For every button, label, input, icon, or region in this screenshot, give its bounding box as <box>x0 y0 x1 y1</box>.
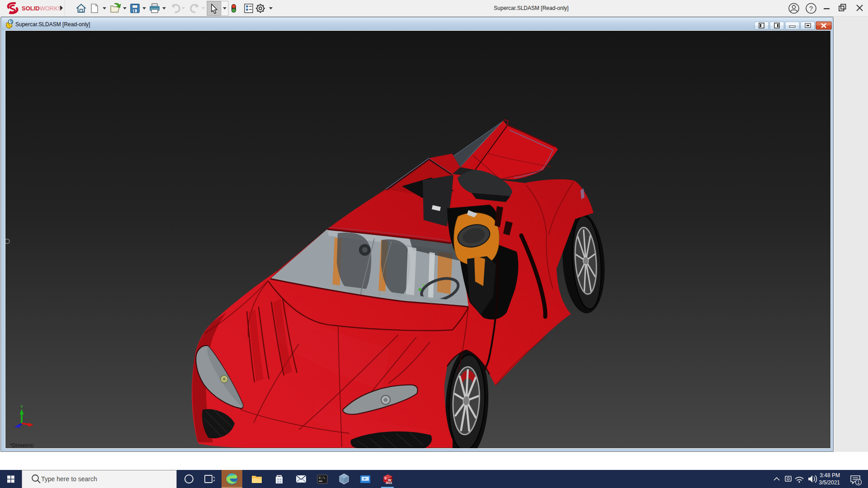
svg-text:SOLIDWORKS: SOLIDWORKS <box>22 5 62 12</box>
svg-text:1: 1 <box>857 480 860 485</box>
svg-text:?: ? <box>809 5 813 12</box>
svg-text:Y: Y <box>20 404 23 409</box>
svg-text:S: S <box>384 476 387 480</box>
svg-text:2021: 2021 <box>386 481 392 484</box>
svg-text:C:\: C:\ <box>319 476 326 480</box>
svg-text:*Dimetric: *Dimetric <box>10 442 34 448</box>
